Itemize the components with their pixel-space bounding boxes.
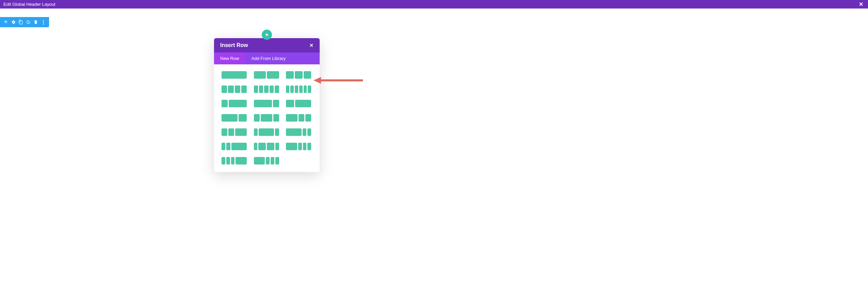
close-editor-button[interactable]: ✕ [857,1,865,7]
layout-2col[interactable] [254,71,279,79]
layout-50-16-16-16[interactable] [286,143,311,150]
editor-canvas: + Insert Row ✕ New Row Add From Library [0,9,868,298]
layout-16-67-16[interactable] [254,128,279,136]
tab-new-row[interactable]: New Row [214,52,245,64]
annotation-arrow [314,75,365,85]
more-icon[interactable] [41,20,46,25]
tab-add-from-library[interactable]: Add From Library [245,52,292,64]
settings-icon[interactable] [11,20,16,25]
layout-3col[interactable] [286,71,311,79]
layout-1col[interactable] [222,71,247,79]
layout-67-16-16[interactable] [286,128,311,136]
page-title: Edit Global Header Layout [3,2,55,7]
layout-6col[interactable] [286,85,311,93]
modal-close-button[interactable]: ✕ [309,43,314,48]
insert-row-modal: Insert Row ✕ New Row Add From Library [214,38,320,172]
move-icon[interactable] [3,20,8,25]
layout-25-50-25[interactable] [254,114,279,122]
modal-tabs: New Row Add From Library [214,52,320,64]
duplicate-icon[interactable] [18,20,23,25]
layout-50-25-25[interactable] [286,114,311,122]
layout-75-25[interactable] [254,100,279,107]
layout-16-16-67[interactable] [222,143,247,150]
layout-50-17-17-17[interactable] [254,157,279,164]
layout-33-67[interactable] [286,100,311,107]
layout-grid [214,64,320,172]
layout-14-36-36-14[interactable] [254,143,279,150]
layout-5col[interactable] [254,85,279,93]
layout-4col[interactable] [222,85,247,93]
modal-header: Insert Row ✕ [214,38,320,52]
layout-25-75[interactable] [222,100,247,107]
modal-title: Insert Row [220,42,248,48]
layout-25-25-50[interactable] [222,128,247,136]
delete-icon[interactable] [33,20,38,25]
power-icon[interactable] [26,20,31,25]
add-section-button[interactable]: + [262,30,272,40]
layout-67-33[interactable] [222,114,247,122]
section-toolbar [0,17,49,27]
layout-16-16-16-50[interactable] [222,157,247,164]
top-bar: Edit Global Header Layout ✕ [0,0,868,9]
